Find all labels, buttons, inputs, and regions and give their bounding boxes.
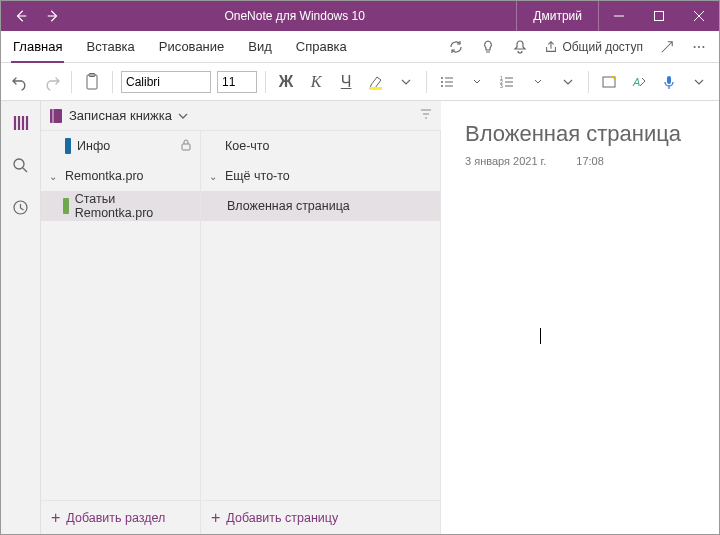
- plus-icon: +: [211, 510, 220, 526]
- ribbon-toolbar: Ж К Ч 123 A: [1, 63, 719, 101]
- italic-button[interactable]: К: [304, 68, 328, 96]
- minimize-button[interactable]: [599, 1, 639, 31]
- maximize-button[interactable]: [639, 1, 679, 31]
- section-label: Инфо: [77, 139, 110, 153]
- page-time: 17:08: [576, 155, 604, 167]
- svg-text:3: 3: [500, 83, 503, 89]
- font-name-input[interactable]: [121, 71, 211, 93]
- svg-point-2: [698, 45, 700, 47]
- dropdown-4[interactable]: [556, 68, 580, 96]
- share-button[interactable]: Общий доступ: [538, 40, 649, 54]
- section-group-label: Remontka.pro: [65, 169, 144, 183]
- tag-button[interactable]: [597, 68, 621, 96]
- svg-point-8: [441, 81, 443, 83]
- bullets-button[interactable]: [435, 68, 459, 96]
- svg-rect-13: [603, 77, 615, 87]
- notebook-label: Записная книжка: [69, 108, 172, 123]
- sync-icon[interactable]: [442, 33, 470, 61]
- chevron-down-icon: ⌄: [209, 171, 219, 182]
- svg-rect-19: [52, 109, 54, 123]
- redo-button[interactable]: [39, 68, 63, 96]
- svg-point-16: [14, 159, 24, 169]
- underline-button[interactable]: Ч: [334, 68, 358, 96]
- svg-point-3: [702, 45, 704, 47]
- svg-text:1: 1: [500, 75, 503, 81]
- dropdown-2[interactable]: [465, 68, 489, 96]
- svg-rect-5: [89, 73, 95, 76]
- svg-rect-4: [87, 75, 97, 89]
- tab-insert[interactable]: Вставка: [74, 31, 146, 62]
- left-rail: [1, 101, 41, 534]
- svg-rect-0: [655, 12, 664, 21]
- user-name[interactable]: Дмитрий: [516, 1, 599, 31]
- search-icon[interactable]: [7, 151, 35, 179]
- sort-icon[interactable]: [419, 107, 433, 124]
- svg-point-1: [694, 45, 696, 47]
- main-area: Записная книжка Инфо ⌄ Remontka.pro: [1, 101, 719, 534]
- page-canvas[interactable]: Вложенная страница 3 января 2021 г. 17:0…: [441, 101, 719, 534]
- bell-icon[interactable]: [506, 33, 534, 61]
- svg-rect-18: [50, 109, 62, 123]
- page-child[interactable]: Вложенная страница: [201, 191, 440, 221]
- dictate-button[interactable]: [657, 68, 681, 96]
- dropdown-5[interactable]: [687, 68, 711, 96]
- app-title: OneNote для Windows 10: [73, 9, 516, 23]
- svg-text:A: A: [632, 76, 640, 88]
- notebooks-icon[interactable]: [7, 109, 35, 137]
- add-section-button[interactable]: + Добавить раздел: [41, 500, 200, 534]
- section-color-icon: [65, 138, 71, 154]
- more-icon[interactable]: [685, 33, 713, 61]
- bold-button[interactable]: Ж: [274, 68, 298, 96]
- svg-point-7: [441, 77, 443, 79]
- section-color-icon: [63, 198, 69, 214]
- fullscreen-icon[interactable]: [653, 33, 681, 61]
- text-cursor: [540, 328, 541, 344]
- pages-column: Кое-что ⌄ Ещё что-то Вложенная страница …: [201, 131, 441, 534]
- page-group-label: Ещё что-то: [225, 169, 290, 183]
- svg-point-9: [441, 85, 443, 87]
- add-page-button[interactable]: + Добавить страницу: [201, 500, 440, 534]
- highlight-button[interactable]: [364, 68, 388, 96]
- recent-icon[interactable]: [7, 193, 35, 221]
- forward-button[interactable]: [41, 1, 65, 31]
- page-top[interactable]: Кое-что: [201, 131, 440, 161]
- font-size-input[interactable]: [217, 71, 257, 93]
- sections-column: Инфо ⌄ Remontka.pro Статьи Remontka.pro …: [41, 131, 201, 534]
- svg-rect-20: [182, 144, 190, 150]
- notebook-header[interactable]: Записная книжка: [41, 101, 441, 131]
- svg-rect-6: [370, 87, 382, 90]
- section-child[interactable]: Статьи Remontka.pro: [41, 191, 200, 221]
- title-bar: OneNote для Windows 10 Дмитрий: [1, 1, 719, 31]
- chevron-down-icon: ⌄: [49, 171, 59, 182]
- page-group[interactable]: ⌄ Ещё что-то: [201, 161, 440, 191]
- ribbon-tabs: Главная Вставка Рисование Вид Справка Об…: [1, 31, 719, 63]
- tab-draw[interactable]: Рисование: [147, 31, 236, 62]
- lock-icon: [180, 139, 192, 154]
- section-child-label: Статьи Remontka.pro: [75, 192, 192, 220]
- page-title[interactable]: Вложенная страница: [465, 121, 695, 147]
- tab-home[interactable]: Главная: [1, 31, 74, 62]
- tab-view[interactable]: Вид: [236, 31, 284, 62]
- dropdown-1[interactable]: [394, 68, 418, 96]
- clipboard-button[interactable]: [80, 68, 104, 96]
- svg-rect-15: [667, 76, 671, 84]
- section-info[interactable]: Инфо: [41, 131, 200, 161]
- numbering-button[interactable]: 123: [495, 68, 519, 96]
- styles-button[interactable]: A: [627, 68, 651, 96]
- add-section-label: Добавить раздел: [66, 511, 165, 525]
- page-child-label: Вложенная страница: [227, 199, 350, 213]
- dropdown-3[interactable]: [525, 68, 549, 96]
- undo-button[interactable]: [9, 68, 33, 96]
- section-group[interactable]: ⌄ Remontka.pro: [41, 161, 200, 191]
- lightbulb-icon[interactable]: [474, 33, 502, 61]
- back-button[interactable]: [9, 1, 33, 31]
- svg-text:2: 2: [500, 79, 503, 85]
- close-button[interactable]: [679, 1, 719, 31]
- add-page-label: Добавить страницу: [226, 511, 338, 525]
- page-date: 3 января 2021 г.: [465, 155, 546, 167]
- plus-icon: +: [51, 510, 60, 526]
- share-label: Общий доступ: [562, 40, 643, 54]
- svg-point-17: [14, 201, 27, 214]
- page-top-label: Кое-что: [225, 139, 269, 153]
- tab-help[interactable]: Справка: [284, 31, 359, 62]
